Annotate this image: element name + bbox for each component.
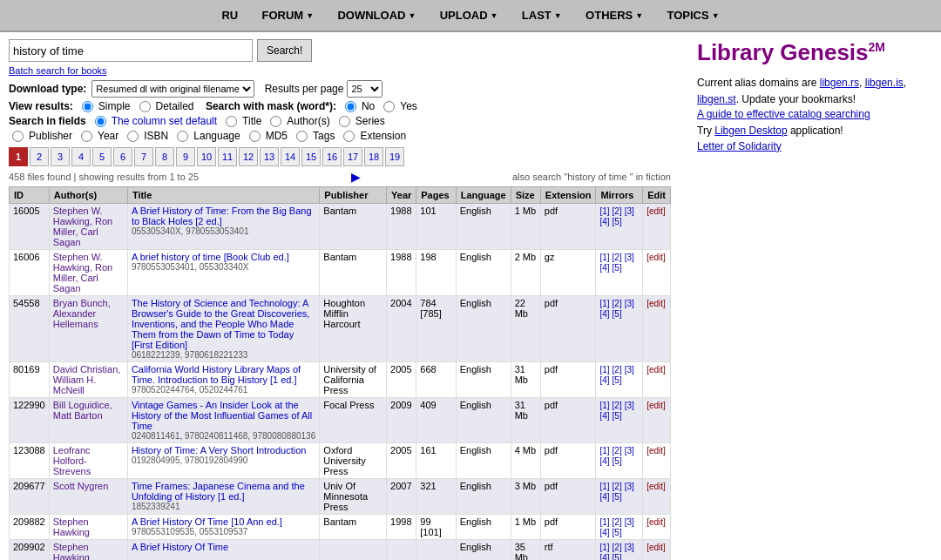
- search-input[interactable]: [9, 39, 253, 62]
- field-series-radio[interactable]: [339, 116, 350, 127]
- mirror-3-link[interactable]: [3]: [625, 299, 634, 308]
- mirror-1-link[interactable]: [1]: [599, 253, 609, 262]
- mirror-4-link[interactable]: [4]: [599, 553, 609, 560]
- nav-forum[interactable]: FORUM ▼: [252, 5, 325, 25]
- search-button[interactable]: Search!: [257, 39, 312, 62]
- mirror-1-link[interactable]: [1]: [599, 482, 609, 491]
- view-detailed-radio[interactable]: [139, 101, 151, 112]
- mirror-3-link[interactable]: [3]: [625, 482, 634, 491]
- title-link[interactable]: A Brief History Of Time: [132, 542, 228, 552]
- nav-download[interactable]: DOWNLOAD ▼: [327, 5, 426, 25]
- author-link[interactable]: Bill Loguidice, Matt Barton: [53, 400, 112, 421]
- field-extension-radio[interactable]: [343, 131, 355, 142]
- mirror-2-link[interactable]: [2]: [613, 482, 622, 491]
- mirror-3-link[interactable]: [3]: [625, 365, 634, 374]
- view-simple-radio[interactable]: [82, 101, 93, 112]
- title-link[interactable]: A Brief History Of Time [10 Ann ed.]: [132, 516, 282, 527]
- page-4-button[interactable]: 4: [71, 147, 91, 166]
- author-link[interactable]: Scott Nygren: [53, 481, 109, 491]
- page-9-button[interactable]: 9: [176, 147, 195, 166]
- mirror-4-link[interactable]: [4]: [599, 217, 609, 226]
- page-13-button[interactable]: 13: [260, 147, 279, 166]
- field-language-radio[interactable]: [177, 131, 188, 142]
- title-link[interactable]: A Brief History of Time: From the Big Ba…: [132, 206, 312, 226]
- field-authors-radio[interactable]: [270, 116, 281, 127]
- edit-link[interactable]: [edit]: [647, 299, 666, 308]
- solidarity-link[interactable]: Letter of Solidarity: [697, 140, 932, 152]
- mirror-1-link[interactable]: [1]: [599, 517, 609, 527]
- alias2-link[interactable]: libgen.is: [865, 77, 904, 89]
- mirror-4-link[interactable]: [4]: [599, 411, 609, 421]
- page-8-button[interactable]: 8: [155, 147, 174, 166]
- field-year-radio[interactable]: [81, 131, 92, 142]
- edit-link[interactable]: [edit]: [647, 401, 666, 410]
- edit-link[interactable]: [edit]: [647, 365, 666, 374]
- author-link[interactable]: Stephen Hawking: [53, 516, 90, 537]
- page-17-button[interactable]: 17: [343, 147, 362, 166]
- title-link[interactable]: A brief history of time [Book Club ed.]: [132, 252, 289, 262]
- mirror-3-link[interactable]: [3]: [625, 543, 634, 552]
- author-link[interactable]: Stephen W. Hawking, Ron Miller, Carl Sag…: [53, 206, 112, 247]
- mirror-3-link[interactable]: [3]: [625, 206, 634, 216]
- mirror-2-link[interactable]: [2]: [613, 206, 622, 216]
- mirror-4-link[interactable]: [4]: [599, 309, 609, 319]
- mirror-4-link[interactable]: [4]: [599, 456, 609, 466]
- mirror-5-link[interactable]: [5]: [613, 309, 622, 319]
- mirror-4-link[interactable]: [4]: [599, 375, 609, 385]
- author-link[interactable]: Stephen W. Hawking, Ron Miller, Carl Sag…: [53, 252, 112, 293]
- next-arrow[interactable]: ▶: [351, 170, 361, 184]
- page-15-button[interactable]: 15: [301, 147, 321, 166]
- edit-link[interactable]: [edit]: [647, 253, 666, 262]
- mirror-1-link[interactable]: [1]: [599, 206, 609, 216]
- edit-link[interactable]: [edit]: [647, 206, 666, 216]
- nav-topics[interactable]: TOPICS ▼: [657, 5, 730, 25]
- page-11-button[interactable]: 11: [218, 147, 237, 166]
- nav-last[interactable]: LAST ▼: [511, 5, 572, 25]
- page-3-button[interactable]: 3: [51, 147, 70, 166]
- mirror-5-link[interactable]: [5]: [613, 456, 622, 466]
- page-7-button[interactable]: 7: [134, 147, 153, 166]
- author-link[interactable]: Stephen Hawking: [53, 542, 90, 560]
- mirror-1-link[interactable]: [1]: [599, 299, 609, 308]
- page-5-button[interactable]: 5: [92, 147, 112, 166]
- author-link[interactable]: David Christian, William H. McNeill: [53, 364, 121, 395]
- page-16-button[interactable]: 16: [322, 147, 342, 166]
- mirror-2-link[interactable]: [2]: [613, 299, 622, 308]
- mirror-5-link[interactable]: [5]: [613, 492, 622, 502]
- desktop-link[interactable]: Libgen Desktop: [714, 125, 787, 137]
- mirror-2-link[interactable]: [2]: [613, 543, 622, 552]
- mirror-5-link[interactable]: [5]: [613, 528, 622, 537]
- page-10-button[interactable]: 10: [197, 147, 216, 166]
- nav-ru[interactable]: RU: [211, 5, 248, 25]
- results-per-page-select[interactable]: 25 50 100: [347, 80, 382, 98]
- field-title-radio[interactable]: [226, 116, 237, 127]
- alias1-link[interactable]: libgen.rs: [820, 77, 859, 89]
- mirror-5-link[interactable]: [5]: [613, 217, 622, 226]
- page-14-button[interactable]: 14: [281, 147, 300, 166]
- author-link[interactable]: Leofranc Holford-Strevens: [53, 445, 91, 476]
- mirror-3-link[interactable]: [3]: [625, 401, 634, 410]
- page-6-button[interactable]: 6: [113, 147, 132, 166]
- edit-link[interactable]: [edit]: [647, 446, 666, 455]
- page-18-button[interactable]: 18: [364, 147, 383, 166]
- mirror-4-link[interactable]: [4]: [599, 263, 609, 273]
- page-2-button[interactable]: 2: [30, 147, 49, 166]
- alias3-link[interactable]: libgen.st: [697, 93, 736, 105]
- mirror-5-link[interactable]: [5]: [613, 411, 622, 421]
- nav-others[interactable]: OTHERS ▼: [575, 5, 653, 25]
- edit-link[interactable]: [edit]: [647, 482, 666, 491]
- mirror-1-link[interactable]: [1]: [599, 543, 609, 552]
- mirror-1-link[interactable]: [1]: [599, 365, 609, 374]
- mirror-2-link[interactable]: [2]: [613, 253, 622, 262]
- mirror-1-link[interactable]: [1]: [599, 446, 609, 455]
- nav-upload[interactable]: UPLOAD ▼: [430, 5, 509, 25]
- mirror-4-link[interactable]: [4]: [599, 528, 609, 537]
- mask-no-radio[interactable]: [345, 101, 356, 112]
- field-md5-radio[interactable]: [249, 131, 261, 142]
- mirror-4-link[interactable]: [4]: [599, 492, 609, 502]
- title-link[interactable]: Vintage Games - An Insider Look at the H…: [132, 400, 312, 431]
- mirror-5-link[interactable]: [5]: [613, 375, 622, 385]
- mirror-1-link[interactable]: [1]: [599, 401, 609, 410]
- page-1-button[interactable]: 1: [9, 147, 28, 166]
- field-publisher-radio[interactable]: [12, 131, 24, 142]
